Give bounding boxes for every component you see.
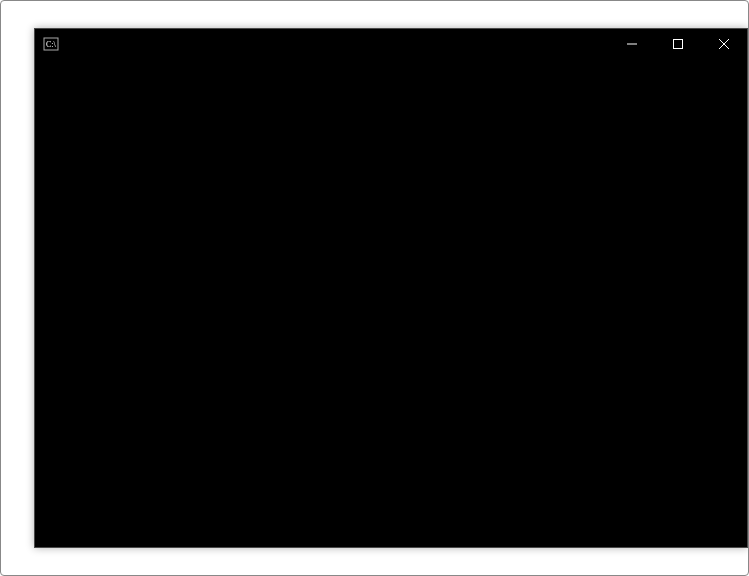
svg-rect-3 (674, 40, 683, 49)
app-icon: C:\ (43, 36, 59, 52)
maximize-button[interactable] (655, 29, 701, 59)
titlebar[interactable]: C:\ (35, 29, 747, 59)
close-button[interactable] (701, 29, 747, 59)
svg-text:C:\: C:\ (46, 40, 57, 49)
terminal-output[interactable] (35, 59, 747, 547)
window-controls (609, 29, 747, 59)
command-prompt-window: C:\ (34, 28, 748, 548)
minimize-button[interactable] (609, 29, 655, 59)
